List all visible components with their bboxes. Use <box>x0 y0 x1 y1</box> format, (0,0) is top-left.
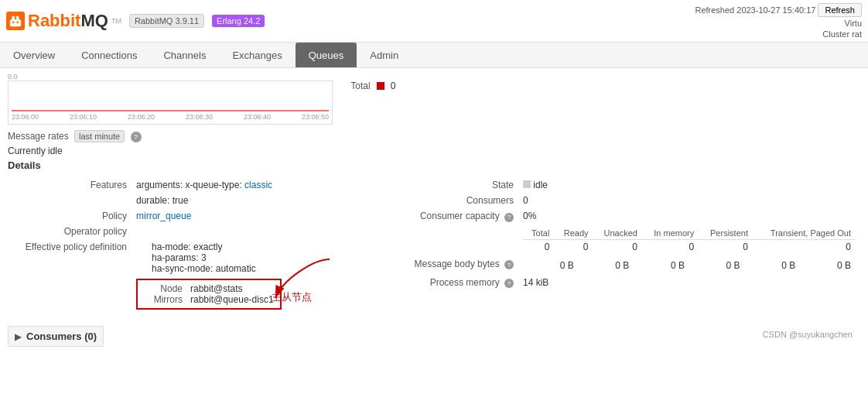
consumer-capacity-help[interactable]: ? <box>504 213 514 222</box>
body-persistent: 0 B <box>745 259 801 272</box>
body-inmemory: 0 B <box>689 259 745 272</box>
message-rates-label: Message rates last minute ? <box>8 131 860 142</box>
features-value: arguments: x-queue-type: classic <box>132 177 379 193</box>
nav-channels[interactable]: Channels <box>150 43 219 67</box>
consumer-capacity-value: 0% <box>523 211 536 221</box>
virt-label: Virtu <box>695 19 862 28</box>
chart-box: 23:06:00 23:06:10 23:06:20 23:06:30 23:0… <box>8 81 333 125</box>
legend-dot <box>377 82 384 90</box>
nav-exchanges[interactable]: Exchanges <box>219 43 295 67</box>
chart-y-label: 0.0 <box>8 73 333 81</box>
node-label: Node <box>144 283 183 294</box>
refresh-button[interactable]: Refresh <box>818 3 862 17</box>
operator-policy-row: Operator policy <box>8 224 379 239</box>
rabbitmq-logo-icon <box>6 12 25 30</box>
time-label-0: 23:06:00 <box>12 113 39 121</box>
messages-inmemory: 0 <box>642 239 699 254</box>
messages-ready: 0 <box>554 239 593 254</box>
time-label-2: 23:06:20 <box>128 113 155 121</box>
cluster-label: Cluster rat <box>695 29 862 39</box>
period-badge: last minute <box>74 130 125 142</box>
body-transient: 0 B <box>800 259 856 272</box>
logo-tm: TM <box>111 17 121 25</box>
consumers-section-bar[interactable]: ▶ Consumers (0) <box>8 326 104 347</box>
consumers-section-title: Consumers (0) <box>26 331 97 342</box>
operator-policy-label: Operator policy <box>8 224 132 239</box>
message-body-row: Message body bytes ? 0 B 0 B 0 B 0 B <box>395 256 860 275</box>
version-badge: RabbitMQ 3.9.11 <box>129 14 204 28</box>
policy-label: Policy <box>8 208 132 224</box>
col-inmemory: In memory <box>642 227 699 240</box>
body-ready: 0 B <box>579 259 634 272</box>
consumers-row: Consumers 0 <box>395 193 860 208</box>
mirrors-row: Mirrors rabbit@queue-disc1 <box>144 294 274 305</box>
mirrors-label: Mirrors <box>144 294 183 305</box>
chart-svg <box>12 84 329 111</box>
features-label: Features <box>8 177 132 193</box>
arguments-value-link[interactable]: classic <box>244 180 272 190</box>
chart-area: 0.0 23:06:00 23:06:10 23:06:20 23:06:30 … <box>8 73 860 125</box>
content: 0.0 23:06:00 23:06:10 23:06:20 23:06:30 … <box>0 68 868 351</box>
left-section: Features arguments: x-queue-type: classi… <box>8 177 379 312</box>
mirrors-value: rabbit@queue-disc1 <box>190 294 274 305</box>
currently-idle: Currently idle <box>8 146 860 156</box>
node-value: rabbit@stats <box>190 283 243 294</box>
messages-persistent: 0 <box>699 239 753 254</box>
message-body-stats-row: 0 B 0 B 0 B 0 B 0 B 0 B <box>523 259 856 272</box>
col-ready: Ready <box>554 227 593 240</box>
state-badge-icon <box>523 180 531 188</box>
node-mirrors-row: Node rabbit@stats Mirrors rabbit@queue-d… <box>8 276 379 312</box>
col-total: Total <box>523 227 554 240</box>
messages-total: 0 <box>523 239 554 254</box>
svg-rect-2 <box>16 16 19 21</box>
node-row: Node rabbit@stats <box>144 283 274 294</box>
top-bar: RabbitMQ TM RabbitMQ 3.9.11 Erlang 24.2 … <box>0 0 868 43</box>
consumer-capacity-label: Consumer capacity <box>420 211 500 221</box>
right-details-table: State idle Consumers 0 Consumer capacity <box>395 177 860 290</box>
col-persistent: Persistent <box>699 227 753 240</box>
process-memory-help[interactable]: ? <box>504 279 514 288</box>
durable-row: durable: true <box>8 193 379 208</box>
main-layout: Features arguments: x-queue-type: classi… <box>8 177 860 312</box>
state-label: State <box>395 177 518 193</box>
total-label: Total <box>350 81 370 91</box>
time-label-4: 23:06:40 <box>244 113 271 121</box>
top-right: Refreshed 2023-10-27 15:40:17 Refresh Vi… <box>695 3 862 39</box>
svg-point-4 <box>16 21 19 23</box>
effective-policy-label: Effective policy definition <box>8 239 132 276</box>
nav-queues[interactable]: Queues <box>296 43 357 67</box>
nav-overview[interactable]: Overview <box>0 43 68 67</box>
details-table: Features arguments: x-queue-type: classi… <box>8 177 379 312</box>
message-body-help[interactable]: ? <box>504 260 514 269</box>
nav-admin[interactable]: Admin <box>357 43 412 67</box>
total-value: 0 <box>391 81 396 91</box>
consumers-arrow-icon: ▶ <box>15 331 22 342</box>
effective-policy-row: Effective policy definition ha-mode: exa… <box>8 239 379 276</box>
col-unacked: Unacked <box>593 227 642 240</box>
nav-connections[interactable]: Connections <box>68 43 150 67</box>
time-label-1: 23:06:10 <box>70 113 97 121</box>
ha-mode-row: ha-mode: exactly <box>136 242 374 252</box>
process-memory-label: Process memory <box>430 277 500 288</box>
messages-unacked: 0 <box>593 239 642 254</box>
chart-canvas <box>12 84 329 111</box>
time-label-5: 23:06:50 <box>302 113 329 121</box>
messages-stats-row: 0 0 0 0 0 0 <box>523 239 856 254</box>
logo-text: RabbitMQ <box>28 11 108 31</box>
annotation-text: 主从节点 <box>272 290 312 304</box>
process-memory-value: 14 kiB <box>518 275 860 291</box>
policy-value-link[interactable]: mirror_queue <box>136 211 191 221</box>
policy-row: Policy mirror_queue <box>8 208 379 224</box>
nav-bar: Overview Connections Channels Exchanges … <box>0 43 868 68</box>
chart-summary: Total 0 <box>350 81 395 91</box>
svg-rect-0 <box>10 19 21 26</box>
features-row: Features arguments: x-queue-type: classi… <box>8 177 379 193</box>
logo-accent: Rabbit <box>28 11 80 30</box>
ha-sync-mode-row: ha-sync-mode: automatic <box>136 263 374 274</box>
messages-transient: 0 <box>753 239 856 254</box>
message-rates-help[interactable]: ? <box>131 132 142 142</box>
right-section: State idle Consumers 0 Consumer capacity <box>395 177 860 312</box>
node-mirrors-box: Node rabbit@stats Mirrors rabbit@queue-d… <box>136 279 282 310</box>
message-body-stats-table: 0 B 0 B 0 B 0 B 0 B 0 B <box>523 259 856 272</box>
svg-rect-1 <box>12 16 15 21</box>
